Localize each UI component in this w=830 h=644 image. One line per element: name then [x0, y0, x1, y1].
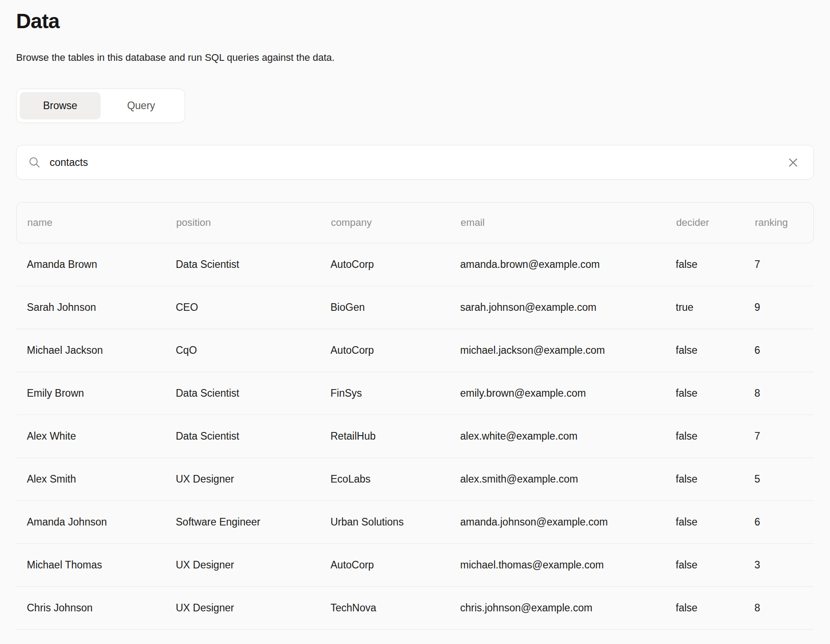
search-icon	[28, 156, 41, 169]
cell-name: Sarah Johnson	[27, 301, 176, 314]
column-header-email: email	[461, 217, 676, 229]
cell-email: chris.johnson@example.com	[460, 602, 676, 614]
cell-decider: false	[676, 516, 754, 528]
cell-decider: false	[676, 559, 754, 571]
column-header-position: position	[176, 217, 331, 229]
column-header-company: company	[331, 217, 461, 229]
cell-company: AutoCorp	[330, 344, 460, 356]
cell-decider: true	[676, 301, 754, 314]
cell-decider: false	[676, 344, 754, 356]
column-header-name: name	[27, 217, 176, 229]
cell-email: michael.jackson@example.com	[460, 344, 676, 356]
table-row: Emily Brown Data Scientist FinSys emily.…	[16, 372, 814, 415]
cell-company: AutoCorp	[330, 559, 460, 571]
cell-decider: false	[676, 430, 754, 442]
cell-ranking: 9	[754, 301, 803, 314]
column-header-ranking: ranking	[755, 217, 803, 229]
table-row: Chris Johnson UX Designer TechNova chris…	[16, 587, 814, 630]
cell-company: AutoCorp	[330, 258, 460, 271]
cell-decider: false	[676, 473, 754, 485]
cell-ranking: 5	[754, 473, 803, 485]
search-input[interactable]	[49, 145, 784, 179]
cell-ranking: 8	[754, 602, 803, 614]
cell-name: Alex White	[27, 430, 176, 442]
tab-query[interactable]: Query	[101, 92, 182, 119]
cell-name: Emily Brown	[27, 387, 176, 399]
cell-company: Urban Solutions	[330, 516, 460, 528]
table-row: Amanda Johnson Software Engineer Urban S…	[16, 501, 814, 544]
data-page: Data Browse the tables in this database …	[0, 0, 830, 630]
cell-position: CEO	[176, 301, 330, 314]
table-row: Alex Smith UX Designer EcoLabs alex.smit…	[16, 458, 814, 501]
cell-name: Amanda Johnson	[27, 516, 176, 528]
cell-ranking: 6	[754, 516, 803, 528]
cell-email: sarah.johnson@example.com	[460, 301, 676, 314]
cell-email: michael.thomas@example.com	[460, 559, 676, 571]
cell-email: amanda.johnson@example.com	[460, 516, 676, 528]
cell-position: CqO	[176, 344, 330, 356]
cell-decider: false	[676, 258, 754, 271]
cell-position: Data Scientist	[176, 258, 330, 271]
cell-ranking: 6	[754, 344, 803, 356]
cell-email: alex.smith@example.com	[460, 473, 676, 485]
cell-company: BioGen	[330, 301, 460, 314]
browse-query-tab-group: Browse Query	[16, 89, 185, 123]
cell-position: UX Designer	[176, 602, 330, 614]
table-body: Amanda Brown Data Scientist AutoCorp ama…	[16, 243, 814, 630]
cell-position: Data Scientist	[176, 430, 330, 442]
cell-email: amanda.brown@example.com	[460, 258, 676, 271]
cell-ranking: 7	[754, 258, 803, 271]
cell-position: UX Designer	[176, 473, 330, 485]
page-title: Data	[16, 0, 814, 33]
table-row: Michael Jackson CqO AutoCorp michael.jac…	[16, 329, 814, 372]
cell-decider: false	[676, 602, 754, 614]
cell-position: Data Scientist	[176, 387, 330, 399]
cell-name: Alex Smith	[27, 473, 176, 485]
table-search-bar[interactable]	[16, 145, 814, 180]
table-header-row: name position company email decider rank…	[16, 202, 814, 243]
cell-name: Amanda Brown	[27, 258, 176, 271]
cell-email: alex.white@example.com	[460, 430, 676, 442]
cell-ranking: 7	[754, 430, 803, 442]
cell-company: RetailHub	[330, 430, 460, 442]
cell-company: FinSys	[330, 387, 460, 399]
table-row: Michael Thomas UX Designer AutoCorp mich…	[16, 544, 814, 587]
table-row: Alex White Data Scientist RetailHub alex…	[16, 415, 814, 458]
cell-company: TechNova	[330, 602, 460, 614]
cell-ranking: 3	[754, 559, 803, 571]
clear-search-button[interactable]	[784, 154, 802, 171]
cell-ranking: 8	[754, 387, 803, 399]
table-row: Sarah Johnson CEO BioGen sarah.johnson@e…	[16, 286, 814, 329]
tab-browse[interactable]: Browse	[20, 92, 101, 119]
cell-company: EcoLabs	[330, 473, 460, 485]
table-row: Amanda Brown Data Scientist AutoCorp ama…	[16, 243, 814, 286]
cell-name: Michael Thomas	[27, 559, 176, 571]
cell-name: Chris Johnson	[27, 602, 176, 614]
cell-email: emily.brown@example.com	[460, 387, 676, 399]
cell-decider: false	[676, 387, 754, 399]
column-header-decider: decider	[676, 217, 755, 229]
cell-position: UX Designer	[176, 559, 330, 571]
cell-position: Software Engineer	[176, 516, 330, 528]
page-subtitle: Browse the tables in this database and r…	[16, 51, 814, 64]
x-icon	[787, 157, 799, 169]
cell-name: Michael Jackson	[27, 344, 176, 356]
